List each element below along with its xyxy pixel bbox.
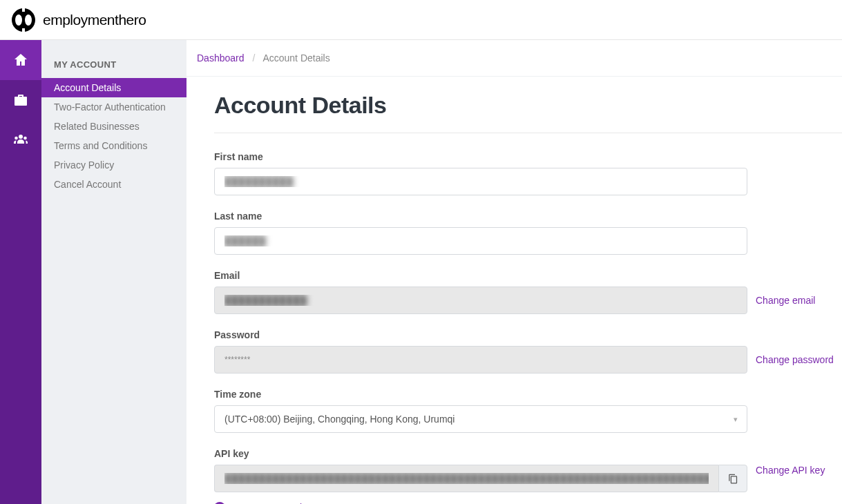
timezone-value: (UTC+08:00) Beijing, Chongqing, Hong Kon… [224, 414, 455, 425]
icon-rail [0, 40, 41, 504]
brand-logo-text: employmenthero [43, 12, 146, 28]
rail-people[interactable] [0, 120, 41, 160]
change-api-key-link[interactable]: Change API key [756, 465, 825, 492]
sidebar-item-account-details[interactable]: Account Details [41, 78, 186, 97]
home-icon [12, 52, 29, 68]
svg-rect-3 [22, 8, 25, 12]
sidebar-item-related-businesses[interactable]: Related Businesses [41, 117, 186, 136]
sidebar-heading: MY ACCOUNT [41, 40, 186, 78]
breadcrumb: Dashboard / Account Details [186, 40, 842, 77]
svg-point-1 [15, 14, 22, 26]
last-name-label: Last name [214, 211, 842, 222]
field-email: Email Change email [214, 270, 842, 314]
sidebar-item-cancel-account[interactable]: Cancel Account [41, 175, 186, 194]
field-password: Password Change password [214, 329, 842, 374]
email-input [214, 287, 747, 314]
password-input [214, 346, 747, 374]
svg-point-7 [23, 137, 27, 140]
first-name-label: First name [214, 151, 842, 162]
briefcase-icon [12, 92, 29, 108]
last-name-input[interactable] [214, 227, 747, 255]
change-password-link[interactable]: Change password [756, 354, 834, 365]
svg-point-5 [19, 135, 23, 139]
top-header: employmenthero [0, 0, 842, 40]
field-api-key: API key Change API key i API Docume [214, 448, 842, 504]
email-label: Email [214, 270, 842, 281]
sidebar-item-privacy[interactable]: Privacy Policy [41, 155, 186, 175]
api-key-label: API key [214, 448, 842, 459]
breadcrumb-root[interactable]: Dashboard [197, 52, 245, 64]
people-icon [12, 132, 29, 148]
field-last-name: Last name [214, 211, 842, 255]
first-name-input[interactable] [214, 168, 747, 195]
sidebar-item-terms[interactable]: Terms and Conditions [41, 136, 186, 155]
sidebar: MY ACCOUNT Account Details Two-Factor Au… [41, 40, 186, 504]
field-first-name: First name [214, 151, 842, 195]
api-key-input [214, 465, 718, 492]
brand-logo[interactable]: employmenthero [11, 8, 146, 32]
copy-api-key-button[interactable] [718, 465, 747, 492]
breadcrumb-current: Account Details [262, 52, 329, 64]
timezone-select[interactable]: (UTC+08:00) Beijing, Chongqing, Hong Kon… [214, 405, 747, 433]
timezone-label: Time zone [214, 389, 842, 400]
brand-logo-mark [11, 8, 36, 32]
svg-point-6 [15, 137, 18, 140]
field-timezone: Time zone (UTC+08:00) Beijing, Chongqing… [214, 389, 842, 433]
rail-briefcase[interactable] [0, 80, 41, 120]
content: Dashboard / Account Details Account Deta… [186, 40, 842, 504]
sidebar-item-two-factor[interactable]: Two-Factor Authentication [41, 97, 186, 117]
rail-home[interactable] [0, 40, 41, 80]
breadcrumb-separator: / [252, 52, 255, 64]
copy-icon [728, 474, 738, 484]
svg-rect-4 [22, 28, 25, 32]
sidebar-nav: Account Details Two-Factor Authenticatio… [41, 78, 186, 194]
password-label: Password [214, 329, 842, 340]
change-email-link[interactable]: Change email [756, 295, 815, 306]
svg-point-2 [25, 14, 32, 26]
page-title: Account Details [214, 92, 842, 133]
